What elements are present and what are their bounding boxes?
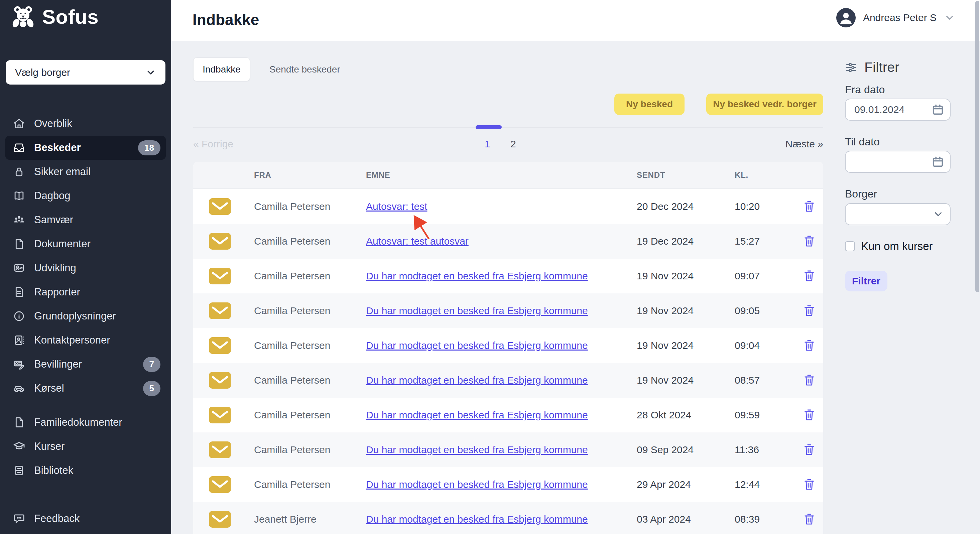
sidebar-item-kontaktpersoner[interactable]: Kontaktpersoner (5, 328, 166, 352)
lock-icon (13, 165, 25, 178)
filter-button[interactable]: Filtrer (845, 271, 888, 291)
app-logo: Sofus (10, 5, 99, 29)
courses-only-checkbox[interactable] (845, 241, 855, 251)
calendar-icon[interactable] (931, 103, 945, 116)
citizen-filter-select[interactable] (845, 203, 951, 225)
message-subject-link[interactable]: Du har modtaget en besked fra Esbjerg ko… (366, 513, 588, 524)
column-header-sendt: SENDT (637, 170, 735, 180)
sent-date: 19 Nov 2024 (637, 305, 735, 316)
app-root: Indbakke Andreas Peter S Sofus (0, 0, 980, 534)
sidebar-divider (5, 405, 166, 405)
tab-indbakke[interactable]: Indbakke (193, 57, 250, 81)
sender-name: Camilla Petersen (254, 409, 366, 421)
message-subject-link[interactable]: Du har modtaget en besked fra Esbjerg ko… (366, 305, 588, 316)
delete-message-button[interactable] (802, 233, 816, 249)
user-menu[interactable]: Andreas Peter S (836, 8, 955, 27)
trash-icon (802, 338, 816, 353)
mail-icon (209, 268, 231, 284)
delete-message-button[interactable] (802, 407, 816, 423)
scrollbar-thumb[interactable] (975, 1, 979, 292)
sent-date: 09 Sep 2024 (637, 444, 735, 456)
tab-sendte-beskeder[interactable]: Sendte beskeder (269, 57, 340, 81)
new-message-citizen-button[interactable]: Ny besked vedr. borger (706, 94, 823, 115)
chevron-down-icon (145, 67, 156, 78)
sidebar-secondary-nav: Familiedokumenter Kurser Bibliotek (5, 410, 166, 483)
sidebar-item-dokumenter[interactable]: Dokumenter (5, 232, 166, 256)
sidebar: Sofus Vælg borger Overblik Beskeder 18 S… (0, 0, 171, 534)
sidebar-item-koersel[interactable]: Kørsel 5 (5, 376, 166, 400)
new-message-button[interactable]: Ny besked (614, 94, 684, 115)
sidebar-item-beskeder[interactable]: Beskeder 18 (5, 136, 166, 160)
calendar-icon[interactable] (931, 155, 945, 168)
trash-icon (802, 304, 816, 318)
table-row: Camilla Petersen Du har modtaget en besk… (193, 432, 823, 467)
message-subject-link[interactable]: Du har modtaget en besked fra Esbjerg ko… (366, 444, 588, 455)
sidebar-nav: Overblik Beskeder 18 Sikker email Dagbog… (5, 111, 166, 400)
delete-message-button[interactable] (802, 511, 816, 527)
column-header-kl: KL. (735, 170, 795, 180)
from-date-label: Fra dato (845, 84, 885, 96)
sidebar-item-sikker-email[interactable]: Sikker email (5, 160, 166, 184)
delete-message-button[interactable] (802, 199, 816, 215)
sidebar-item-udvikling[interactable]: Udvikling (5, 256, 166, 280)
pagination-page-1[interactable]: 1 (485, 138, 490, 150)
sidebar-footer: Feedback (5, 507, 166, 531)
mail-icon (209, 372, 231, 389)
message-subject-link[interactable]: Du har modtaget en besked fra Esbjerg ko… (366, 479, 588, 490)
message-subject-link[interactable]: Autosvar: test (366, 201, 427, 212)
pagination-page-2[interactable]: 2 (511, 138, 516, 150)
table-row: Camilla Petersen Du har modtaget en besk… (193, 363, 823, 398)
bevillinger-badge: 7 (143, 357, 161, 372)
sender-name: Camilla Petersen (254, 270, 366, 282)
sidebar-item-feedback[interactable]: Feedback (5, 507, 166, 531)
archive-icon (13, 464, 25, 477)
delete-message-button[interactable] (802, 442, 816, 458)
car-icon (13, 382, 25, 395)
sent-time: 11:36 (735, 444, 795, 456)
sidebar-item-familiedokumenter[interactable]: Familiedokumenter (5, 410, 166, 434)
pagination-next[interactable]: Næste » (786, 138, 823, 150)
sidebar-item-overblik[interactable]: Overblik (5, 111, 166, 136)
table-row: Camilla Petersen Du har modtaget en besk… (193, 293, 823, 328)
document-icon (13, 416, 25, 429)
trash-icon (802, 512, 816, 527)
message-subject-link[interactable]: Autosvar: test autosvar (366, 235, 469, 246)
pagination-previous[interactable]: « Forrige (193, 138, 233, 150)
message-subject-link[interactable]: Du har modtaget en besked fra Esbjerg ko… (366, 270, 588, 281)
sidebar-item-bibliotek[interactable]: Bibliotek (5, 458, 166, 483)
message-subject-link[interactable]: Du har modtaget en besked fra Esbjerg ko… (366, 340, 588, 351)
page-title: Indbakke (192, 11, 259, 29)
sender-name: Jeanett Bjerre (254, 513, 366, 525)
sender-name: Camilla Petersen (254, 201, 366, 212)
delete-message-button[interactable] (802, 303, 816, 319)
table-row: Camilla Petersen Autosvar: test autosvar… (193, 224, 823, 259)
mail-icon (209, 476, 231, 493)
mail-icon (209, 302, 231, 319)
message-subject-link[interactable]: Du har modtaget en besked fra Esbjerg ko… (366, 409, 588, 420)
delete-message-button[interactable] (802, 372, 816, 388)
sender-name: Camilla Petersen (254, 340, 366, 351)
citizen-selector-label: Vælg borger (15, 67, 70, 78)
document-icon (13, 238, 25, 250)
avatar (836, 8, 856, 27)
report-icon (13, 286, 25, 299)
delete-message-button[interactable] (802, 337, 816, 354)
delete-message-button[interactable] (802, 268, 816, 284)
delete-message-button[interactable] (802, 477, 816, 493)
sidebar-item-dagbog[interactable]: Dagbog (5, 184, 166, 208)
sidebar-item-samvaer[interactable]: Samvær (5, 208, 166, 232)
citizen-selector[interactable]: Vælg borger (6, 60, 165, 84)
unread-badge: 18 (138, 140, 161, 156)
sender-name: Camilla Petersen (254, 305, 366, 316)
sidebar-item-rapporter[interactable]: Rapporter (5, 280, 166, 304)
sidebar-item-kurser[interactable]: Kurser (5, 434, 166, 458)
sidebar-item-bevillinger[interactable]: Bevillinger 7 (5, 352, 166, 376)
sidebar-item-grundoplysninger[interactable]: Grundoplysninger (5, 304, 166, 328)
column-header-fra: FRA (254, 170, 366, 180)
sent-date: 19 Nov 2024 (637, 340, 735, 351)
graduation-cap-icon (13, 440, 25, 453)
message-subject-link[interactable]: Du har modtaget en besked fra Esbjerg ko… (366, 375, 588, 386)
table-row: Camilla Petersen Du har modtaget en besk… (193, 398, 823, 432)
info-icon (13, 310, 25, 323)
sent-date: 19 Dec 2024 (637, 235, 735, 247)
